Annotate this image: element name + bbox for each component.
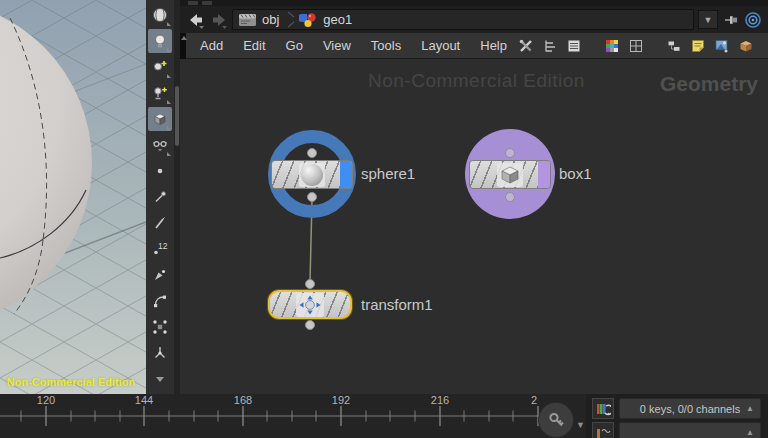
frame-label: 2: [531, 394, 537, 406]
breadcrumb-geo1[interactable]: geo1: [323, 12, 352, 27]
point-number-icon[interactable]: 12: [148, 237, 172, 261]
svg-text:12: 12: [158, 241, 168, 251]
breadcrumb-obj[interactable]: obj: [262, 12, 279, 27]
menu-add[interactable]: Add: [190, 34, 233, 57]
frame-label: 168: [234, 394, 252, 406]
channel-scope-icon[interactable]: [592, 398, 614, 419]
network-boxes-icon[interactable]: [665, 37, 683, 55]
box1-label: box1: [559, 165, 592, 182]
3d-viewport[interactable]: Non-Commercial Edition: [0, 0, 146, 394]
scrollbar-thumb[interactable]: [175, 86, 179, 146]
point-display-icon[interactable]: [148, 159, 172, 183]
secondary-channel-button[interactable]: ▲: [619, 422, 761, 438]
frame-label: 120: [37, 394, 55, 406]
menu-view[interactable]: View: [313, 34, 361, 57]
tree-view-icon[interactable]: [541, 37, 559, 55]
sphere-node-icon: [299, 163, 325, 187]
breadcrumb-separator-icon: [284, 11, 294, 28]
pin-pane-icon[interactable]: [722, 11, 740, 29]
transform1-input-dot[interactable]: [305, 279, 315, 289]
node-sphere1[interactable]: [271, 160, 353, 189]
channel-list-icon[interactable]: [592, 422, 614, 438]
playbar: 120 144 168 192 216 2 ▼ 0: [0, 394, 768, 438]
color-palette-icon[interactable]: [603, 37, 621, 55]
primitive-marker-icon[interactable]: [148, 263, 172, 287]
obj-network-icon: [238, 12, 257, 28]
box-node-icon: [497, 163, 523, 187]
box1-output-dot[interactable]: [505, 192, 515, 202]
hull-display-icon[interactable]: [148, 289, 172, 313]
viewport-toolbar: 12: [146, 0, 174, 394]
pivot-manipulator-icon[interactable]: [148, 341, 172, 365]
channel-panel: 0 keys, 0/0 channels ▲ ▲: [586, 394, 768, 438]
list-view-icon[interactable]: [565, 37, 583, 55]
normal-marker-icon[interactable]: [148, 211, 172, 235]
sphere1-output-dot[interactable]: [307, 192, 317, 202]
shape-palette-icon[interactable]: [627, 37, 645, 55]
expand-up-icon: ▲: [746, 428, 754, 437]
key-dropdown-arrow[interactable]: ▼: [576, 420, 585, 430]
node-transform1[interactable]: [268, 290, 352, 319]
geometry-icon: [299, 11, 318, 28]
sticky-note-icon[interactable]: [689, 37, 707, 55]
back-button[interactable]: [186, 10, 205, 29]
transform-node-icon: [296, 293, 324, 317]
handles-icon[interactable]: [148, 315, 172, 339]
shade-glasses-icon[interactable]: [148, 133, 172, 157]
transform1-output-dot[interactable]: [305, 320, 315, 330]
expand-up-icon: ▲: [746, 404, 754, 413]
radial-menu-icon[interactable]: [744, 11, 762, 29]
sphere1-display-flag[interactable]: [340, 161, 352, 188]
lighting-icon[interactable]: [148, 29, 172, 53]
node-box1[interactable]: [469, 160, 551, 189]
tools-wrench-icon[interactable]: [517, 37, 535, 55]
frame-label: 192: [332, 394, 350, 406]
path-dropdown-button[interactable]: ▼: [698, 10, 718, 29]
viewport-scene: [0, 0, 146, 394]
frame-label: 216: [431, 394, 449, 406]
sphere1-label: sphere1: [361, 165, 415, 182]
non-commercial-watermark: Non-Commercial Edition: [368, 70, 585, 92]
network-path-bar: obj geo1 ▼: [180, 6, 768, 33]
pane-splitter-handle[interactable]: [180, 33, 186, 59]
keys-channels-button[interactable]: 0 keys, 0/0 channels ▲: [619, 398, 761, 419]
menu-go[interactable]: Go: [276, 34, 313, 57]
box1-display-flag[interactable]: [538, 161, 550, 188]
box1-input-dot[interactable]: [505, 148, 515, 158]
viewport-watermark: Non-Commercial Edition: [0, 376, 142, 388]
set-key-button[interactable]: [538, 402, 574, 438]
keys-channels-summary: 0 keys, 0/0 channels: [640, 403, 740, 415]
frame-label: 144: [135, 394, 153, 406]
timeline-ruler[interactable]: 120 144 168 192 216 2: [0, 394, 540, 438]
houdini-window: Non-Commercial Edition: [0, 0, 768, 438]
camera-icon[interactable]: [148, 107, 172, 131]
context-watermark: Geometry: [660, 72, 758, 96]
network-breadcrumb[interactable]: obj geo1: [232, 9, 694, 30]
view-mode-icon[interactable]: [148, 3, 172, 27]
point-marker-icon[interactable]: [148, 185, 172, 209]
asset-package-icon[interactable]: [737, 37, 755, 55]
background-image-icon[interactable]: [713, 37, 731, 55]
sphere1-input-dot[interactable]: [307, 148, 317, 158]
network-editor[interactable]: obj geo1 ▼: [180, 0, 768, 394]
transform1-label: transform1: [361, 296, 433, 313]
add-light-icon[interactable]: [148, 55, 172, 79]
add-spotlight-icon[interactable]: [148, 81, 172, 105]
menu-layout[interactable]: Layout: [411, 34, 470, 57]
menu-tools[interactable]: Tools: [361, 34, 411, 57]
forward-button[interactable]: [209, 10, 228, 29]
menu-edit[interactable]: Edit: [233, 34, 275, 57]
toolbar-more-chevron-icon[interactable]: [148, 367, 172, 391]
network-menu-bar: Add Edit Go View Tools Layout Help: [180, 33, 768, 59]
menu-help[interactable]: Help: [470, 34, 517, 57]
